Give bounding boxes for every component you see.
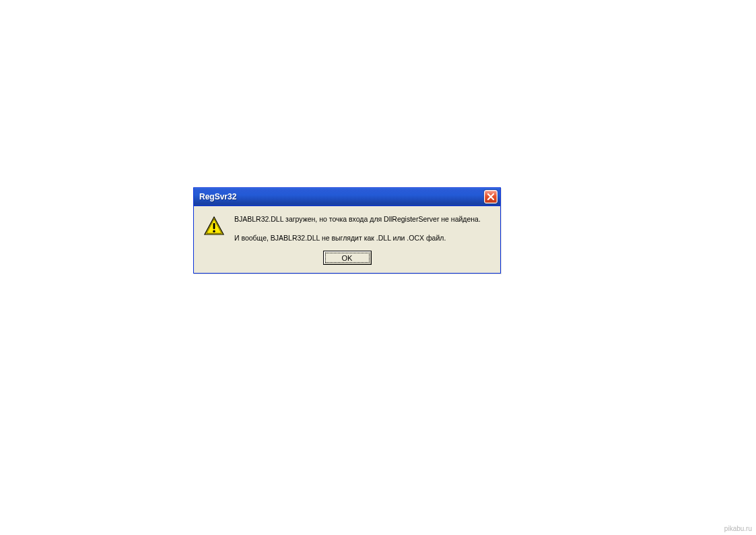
dialog-content: BJABLR32.DLL загружен, но точка входа дл… [194, 206, 500, 273]
watermark-text: pikabu.ru [724, 525, 752, 532]
message-row: BJABLR32.DLL загружен, но точка входа дл… [203, 214, 491, 243]
message-line-1: BJABLR32.DLL загружен, но точка входа дл… [234, 214, 491, 224]
dialog-window: RegSvr32 BJABLR32.DLL загружен, но точка… [193, 187, 501, 274]
svg-rect-2 [213, 223, 215, 229]
message-line-2: И вообще, BJABLR32.DLL не выглядит как .… [234, 233, 491, 243]
dialog-title: RegSvr32 [199, 192, 236, 201]
message-text: BJABLR32.DLL загружен, но точка входа дл… [234, 214, 491, 243]
svg-point-3 [213, 230, 215, 232]
warning-icon [203, 216, 225, 237]
close-icon [487, 193, 495, 201]
titlebar[interactable]: RegSvr32 [194, 188, 500, 206]
button-row: OK [203, 251, 491, 265]
close-button[interactable] [484, 190, 497, 203]
ok-button[interactable]: OK [323, 251, 372, 265]
